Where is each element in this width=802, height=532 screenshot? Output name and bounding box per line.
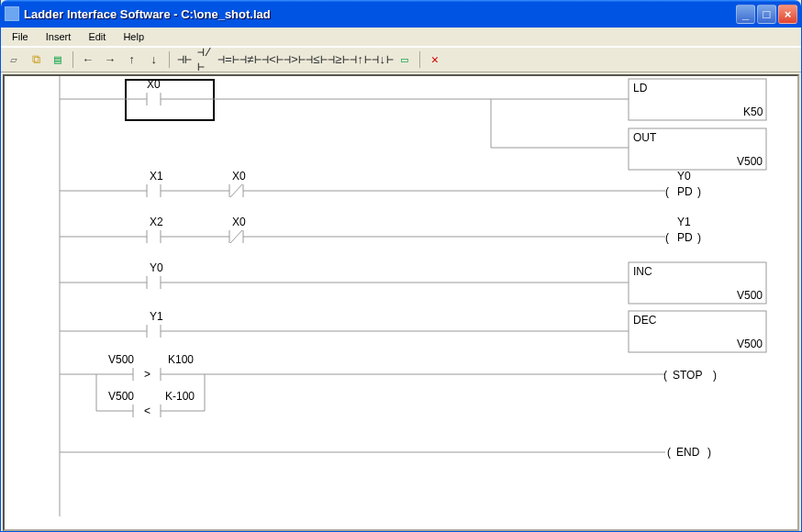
svg-line-16 (230, 184, 242, 197)
compare-b: K-100 (165, 390, 195, 403)
contact-gt-icon[interactable]: ⊣>⊢ (285, 50, 304, 69)
coil-paren: ( (667, 446, 671, 459)
compare-a: V500 (108, 353, 134, 366)
coil-label: END (676, 446, 700, 459)
separator (169, 51, 170, 68)
selected-element[interactable] (126, 80, 214, 120)
menubar: File Insert Edit Help (1, 28, 801, 47)
up-icon[interactable]: ↑ (123, 50, 141, 69)
compare-b: K100 (168, 353, 194, 366)
contact-eq-icon[interactable]: ⊣=⊢ (219, 50, 238, 69)
minimize-button[interactable]: _ (736, 5, 755, 24)
contact-no-icon[interactable]: ⊣⊢ (175, 50, 194, 69)
coil-paren: ) (697, 231, 701, 244)
box-value: K50 (743, 105, 763, 118)
menu-help[interactable]: Help (116, 29, 151, 44)
contact-ge-icon[interactable]: ⊣≥⊢ (329, 50, 348, 69)
separator (419, 51, 420, 68)
coil-paren: ) (697, 185, 701, 198)
box-label: LD (633, 82, 648, 94)
contact-label: X1 (150, 170, 163, 183)
box-label: DEC (633, 314, 657, 327)
svg-line-24 (230, 230, 242, 243)
maximize-button[interactable]: □ (757, 5, 776, 24)
box-label: OUT (633, 131, 657, 144)
contact-label: X2 (150, 216, 163, 228)
coil-type: PD (677, 185, 693, 198)
svg-rect-1 (126, 80, 214, 120)
new-icon[interactable]: ▱ (5, 50, 23, 69)
coil-paren: ( (665, 231, 669, 244)
close-button[interactable]: × (778, 5, 797, 24)
coil-label: Y1 (677, 216, 691, 228)
contact-label: Y0 (150, 261, 163, 274)
coil-paren: ( (665, 185, 669, 198)
box-label: INC (633, 265, 652, 278)
menu-insert[interactable]: Insert (39, 29, 79, 44)
coil-paren: ) (713, 369, 717, 382)
compare-op: < (144, 405, 150, 417)
coil-paren: ) (707, 446, 711, 459)
separator (72, 51, 73, 68)
left-icon[interactable]: ← (79, 50, 97, 69)
down-icon[interactable]: ↓ (145, 50, 163, 69)
contact-label: Y1 (150, 310, 163, 323)
box-icon[interactable]: ▭ (395, 50, 414, 69)
toolbar: ▱ ⧉ ▤ ← → ↑ ↓ ⊣⊢ ⊣/⊢ ⊣=⊢ ⊣≠⊢ ⊣<⊢ ⊣>⊢ ⊣≤⊢… (1, 47, 801, 72)
compare-a: V500 (108, 390, 134, 403)
save-icon[interactable]: ▤ (49, 50, 67, 69)
right-icon[interactable]: → (101, 50, 119, 69)
contact-nc-icon[interactable]: ⊣/⊢ (197, 50, 216, 69)
titlebar: Ladder Interface Software - C:\one_shot.… (1, 0, 801, 28)
coil-paren: ( (663, 369, 667, 382)
contact-label: X0 (232, 216, 246, 228)
contact-label: X0 (232, 170, 246, 183)
contact-le-icon[interactable]: ⊣≤⊢ (307, 50, 326, 69)
coil-label: STOP (673, 369, 702, 382)
menu-edit[interactable]: Edit (81, 29, 113, 44)
contact-lt-icon[interactable]: ⊣<⊢ (263, 50, 282, 69)
contact-rise-icon[interactable]: ⊣↑⊢ (351, 50, 370, 69)
delete-icon[interactable]: ✕ (426, 50, 444, 69)
app-icon (5, 6, 19, 21)
coil-label: Y0 (677, 170, 691, 183)
coil-type: PD (677, 231, 693, 244)
box-value: V500 (737, 338, 763, 350)
contact-neq-icon[interactable]: ⊣≠⊢ (241, 50, 260, 69)
ladder-canvas[interactable]: X0 LD K50 OUT V500 X1 X0 ( PD ) Y0 X2 X0… (3, 74, 799, 531)
contact-label: X0 (147, 78, 161, 91)
box-value: V500 (737, 289, 763, 302)
menu-file[interactable]: File (5, 29, 36, 44)
open-icon[interactable]: ⧉ (27, 50, 45, 69)
window-title: Ladder Interface Software - C:\one_shot.… (24, 7, 736, 21)
contact-fall-icon[interactable]: ⊣↓⊢ (373, 50, 392, 69)
box-value: V500 (737, 155, 763, 168)
compare-op: > (144, 368, 150, 381)
